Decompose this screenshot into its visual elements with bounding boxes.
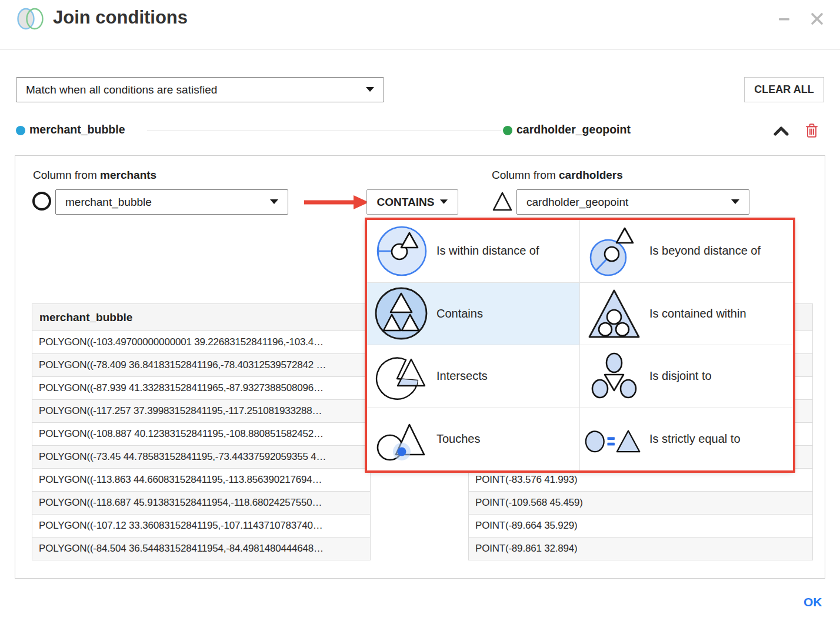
table-row: POINT(-89.664 35.929) [468, 515, 813, 537]
menu-item-label: Is beyond distance of [649, 244, 761, 258]
join-conditions-dialog: Join conditions Match when all condition… [0, 0, 840, 621]
chevron-down-icon [366, 87, 374, 92]
condition-right-name: cardholder_geopoint [516, 123, 631, 136]
touches-icon [371, 417, 432, 462]
beyond-distance-icon [584, 224, 645, 278]
chevron-down-icon [440, 199, 448, 205]
match-mode-value: Match when all conditions are satisfied [26, 84, 217, 96]
table-row: POINT(-109.568 45.459) [468, 492, 813, 515]
title-bar: Join conditions [0, 0, 840, 50]
chevron-up-icon [774, 126, 789, 136]
left-column-select[interactable]: merchant_bubble [55, 189, 288, 215]
chevron-down-icon [731, 199, 739, 205]
column-from-text: Column from [492, 169, 559, 181]
right-dataset-name: cardholders [559, 169, 623, 181]
menu-item-label: Is contained within [649, 307, 746, 320]
page-title: Join conditions [53, 7, 188, 28]
trash-icon [805, 123, 818, 138]
column-from-text: Column from [33, 169, 100, 181]
condition-connector-line [147, 131, 501, 131]
condition-left-name: merchant_bubble [29, 123, 125, 136]
contained-within-icon [584, 288, 645, 339]
table-row: POLYGON((-87.939 41.332831528411965,-87.… [32, 377, 371, 400]
menu-item-label: Is strictly equal to [649, 432, 741, 446]
close-icon[interactable] [809, 11, 825, 27]
condition-card: Column from merchants Column from cardho… [15, 155, 825, 579]
menu-item-is-contained-within[interactable]: Is contained within [580, 283, 793, 346]
left-dataset-dot [16, 126, 25, 135]
right-dataset-dot [503, 126, 512, 135]
minimize-icon[interactable] [776, 11, 792, 27]
right-column-value: cardholder_geopoint [526, 196, 628, 209]
intersects-icon [371, 352, 432, 401]
menu-item-contains[interactable]: Contains [367, 283, 580, 346]
contains-icon [371, 286, 432, 341]
menu-item-label: Is within distance of [436, 244, 539, 258]
right-column-select[interactable]: cardholder_geopoint [516, 189, 749, 215]
operator-value: CONTAINS [377, 196, 435, 209]
annotation-arrow [303, 194, 369, 211]
table-row: POLYGON((-113.863 44.66083152841195,-113… [32, 469, 371, 492]
left-column-value: merchant_bubble [65, 196, 152, 209]
left-column-from-label: Column from merchants [33, 169, 156, 182]
table-row: POLYGON((-107.12 33.36083152841195,-107.… [32, 515, 371, 537]
join-venn-icon [15, 6, 46, 32]
table-row: POLYGON((-118.687 45.913831528411954,-11… [32, 492, 371, 515]
ok-button[interactable]: OK [804, 595, 822, 609]
table-row: POLYGON((-78.409 36.84183152841196,-78.4… [32, 354, 371, 377]
menu-item-touches[interactable]: Touches [367, 408, 580, 471]
menu-item-is-disjoint-to[interactable]: Is disjoint to [580, 345, 793, 408]
match-mode-select[interactable]: Match when all conditions are satisfied [16, 77, 384, 102]
menu-item-is-strictly-equal-to[interactable]: Is strictly equal to [580, 408, 793, 471]
within-distance-icon [371, 224, 432, 278]
operator-dropdown-button[interactable]: CONTAINS [366, 189, 458, 215]
delete-condition-button[interactable] [804, 122, 820, 139]
collapse-condition-button[interactable] [773, 123, 789, 139]
operator-menu: Is within distance of Is beyond distance… [367, 220, 793, 470]
geometry-circle-icon [32, 192, 51, 211]
left-preview-table: merchant_bubble POLYGON((-103.4970000000… [32, 303, 371, 560]
chevron-down-icon [270, 199, 278, 205]
disjoint-icon [584, 352, 645, 401]
table-row: POLYGON((-117.257 37.39983152841195,-117… [32, 400, 371, 423]
strictly-equal-icon [584, 418, 645, 460]
menu-item-is-within-distance-of[interactable]: Is within distance of [367, 220, 580, 283]
table-row: POLYGON((-108.887 40.12383152841195,-108… [32, 423, 371, 446]
table-row: POLYGON((-73.45 44.78583152841195,-73.44… [32, 446, 371, 469]
menu-item-intersects[interactable]: Intersects [367, 345, 580, 408]
menu-item-is-beyond-distance-of[interactable]: Is beyond distance of [580, 220, 793, 283]
clear-all-button[interactable]: CLEAR ALL [744, 77, 824, 102]
table-row: POINT(-83.576 41.993) [468, 469, 813, 492]
geometry-triangle-icon [492, 191, 513, 212]
table-row: POLYGON((-103.49700000000001 39.22683152… [32, 331, 371, 354]
menu-item-label: Is disjoint to [649, 369, 712, 383]
menu-item-label: Touches [436, 432, 481, 446]
right-column-from-label: Column from cardholders [492, 169, 623, 182]
table-row: POINT(-89.861 32.894) [468, 537, 813, 560]
menu-item-label: Contains [436, 307, 483, 320]
table-row: POLYGON((-84.504 36.544831528411954,-84.… [32, 537, 371, 560]
clear-all-label: CLEAR ALL [754, 84, 814, 96]
left-table-header: merchant_bubble [32, 303, 371, 331]
menu-item-label: Intersects [436, 369, 488, 383]
left-dataset-name: merchants [100, 169, 156, 181]
